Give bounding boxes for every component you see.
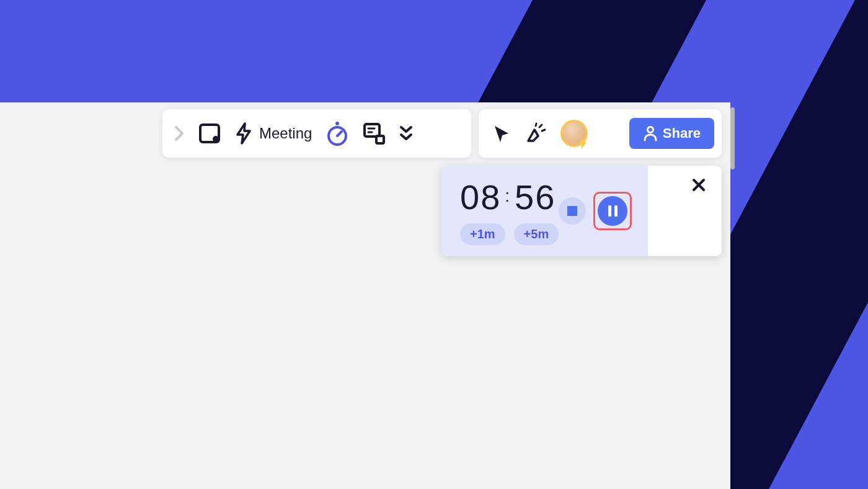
main-toolbar: Meeting — [162, 109, 471, 158]
timer-side — [648, 166, 722, 256]
svg-rect-5 — [365, 124, 379, 137]
svg-point-1 — [213, 136, 219, 142]
expand-chevron-icon[interactable] — [174, 125, 185, 142]
mode-label: Meeting — [259, 125, 312, 142]
collab-toolbar: Share — [479, 109, 722, 158]
canvas-area[interactable] — [0, 102, 730, 489]
timer-body: 08 : 56 +1m +5m — [441, 166, 648, 256]
lightning-icon — [234, 122, 253, 145]
mode-selector[interactable]: Meeting — [234, 122, 312, 145]
svg-point-12 — [647, 127, 653, 133]
timer-minutes: 08 — [460, 177, 501, 217]
person-icon — [643, 125, 658, 141]
timer-panel: 08 : 56 +1m +5m — [441, 166, 722, 256]
more-chevrons-icon[interactable] — [399, 125, 414, 142]
svg-line-10 — [542, 130, 545, 131]
pause-icon — [614, 205, 618, 217]
present-icon[interactable] — [363, 122, 385, 145]
svg-line-11 — [536, 123, 536, 126]
frames-icon[interactable] — [198, 123, 221, 144]
timer-display: 08 : 56 — [460, 177, 559, 217]
stop-icon — [567, 206, 577, 216]
svg-point-3 — [335, 122, 339, 125]
add-1m-button[interactable]: +1m — [460, 223, 505, 245]
share-label: Share — [663, 125, 701, 141]
timer-seconds: 56 — [515, 177, 556, 217]
pause-icon — [608, 205, 611, 217]
pause-highlight — [593, 192, 632, 230]
close-button[interactable] — [692, 178, 706, 192]
svg-line-4 — [337, 132, 342, 136]
add-5m-button[interactable]: +5m — [514, 223, 559, 245]
pause-button[interactable] — [598, 196, 627, 226]
timer-icon[interactable] — [326, 120, 349, 146]
share-button[interactable]: Share — [629, 118, 714, 149]
stop-button[interactable] — [559, 197, 586, 225]
timer-colon: : — [505, 186, 511, 206]
reactions-icon[interactable] — [525, 122, 547, 145]
cursor-icon[interactable] — [492, 123, 511, 143]
close-icon — [692, 178, 706, 192]
svg-line-9 — [539, 125, 542, 127]
avatar[interactable] — [560, 120, 588, 147]
facilitator-bolt-icon — [577, 138, 588, 149]
scrollbar[interactable] — [730, 107, 735, 169]
svg-rect-8 — [376, 136, 384, 143]
